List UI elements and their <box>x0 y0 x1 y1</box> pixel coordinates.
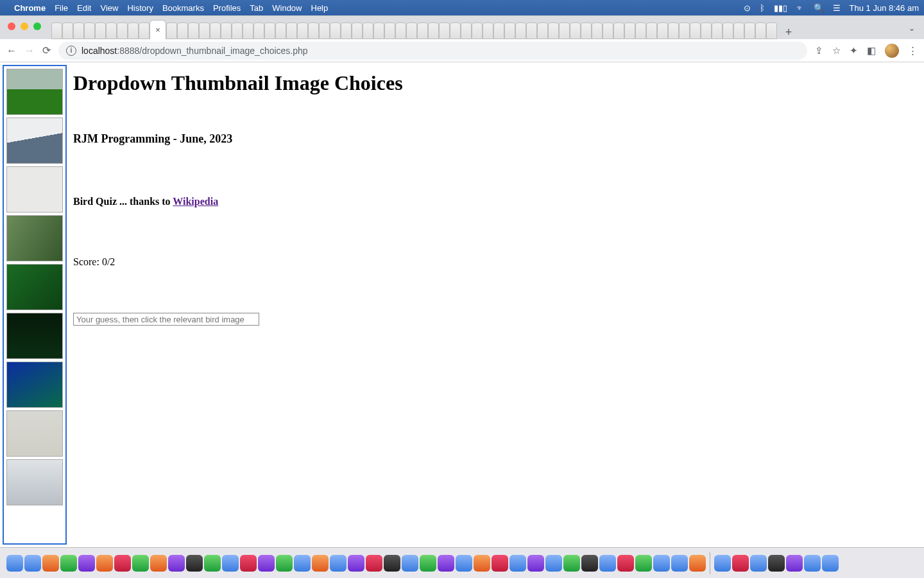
window-minimize-icon[interactable] <box>21 22 28 30</box>
background-tab[interactable] <box>701 22 712 39</box>
extensions-icon[interactable]: ✦ <box>850 45 858 57</box>
background-tab[interactable] <box>308 22 319 39</box>
background-tab[interactable] <box>264 22 275 39</box>
menubar-view[interactable]: View <box>100 3 118 13</box>
dock-app-icon[interactable] <box>258 555 275 572</box>
background-tab[interactable] <box>668 22 679 39</box>
wifi-icon[interactable]: ᯤ <box>796 3 805 13</box>
forward-button[interactable]: → <box>24 45 35 57</box>
background-tab[interactable] <box>592 22 603 39</box>
bird-thumb-turaco[interactable] <box>6 215 63 261</box>
dock-app-icon[interactable] <box>402 555 418 572</box>
dock-app-icon[interactable] <box>366 555 382 572</box>
background-tab[interactable] <box>624 22 635 39</box>
dock-app-icon[interactable] <box>732 555 749 572</box>
background-tab[interactable] <box>139 22 150 39</box>
share-icon[interactable]: ⇪ <box>815 45 823 57</box>
background-tab[interactable] <box>744 22 755 39</box>
background-tab[interactable] <box>95 22 106 39</box>
bluetooth-icon[interactable]: ᛒ <box>760 3 765 13</box>
background-tab[interactable] <box>690 22 701 39</box>
dock-app-icon[interactable] <box>492 555 508 572</box>
dock-app-icon[interactable] <box>804 555 821 572</box>
dock-app-icon[interactable] <box>312 555 329 572</box>
reload-button[interactable]: ⟳ <box>42 44 51 57</box>
dock-app-icon[interactable] <box>78 555 95 572</box>
dock-app-icon[interactable] <box>474 555 490 572</box>
bird-thumb-booby[interactable] <box>6 459 63 505</box>
bird-thumb-peacock[interactable] <box>6 362 63 408</box>
background-tab[interactable] <box>188 22 199 39</box>
sidepanel-icon[interactable]: ◧ <box>867 45 876 57</box>
dock-app-icon[interactable] <box>24 555 41 572</box>
dock-app-icon[interactable] <box>438 555 454 572</box>
background-tab[interactable] <box>417 22 428 39</box>
background-tab[interactable] <box>472 22 483 39</box>
background-tab[interactable] <box>461 22 472 39</box>
background-tab[interactable] <box>504 22 515 39</box>
background-tab[interactable] <box>679 22 690 39</box>
background-tab[interactable] <box>341 22 352 39</box>
spotlight-icon[interactable]: 🔍 <box>814 3 824 13</box>
bird-thumb-lorikeet[interactable] <box>6 264 63 310</box>
background-tab[interactable] <box>493 22 504 39</box>
dock-app-icon[interactable] <box>750 555 767 572</box>
background-tab[interactable] <box>352 22 363 39</box>
background-tab[interactable] <box>755 22 766 39</box>
background-tab[interactable] <box>723 22 733 39</box>
menubar-history[interactable]: History <box>127 3 153 13</box>
background-tab[interactable] <box>395 22 406 39</box>
background-tab[interactable] <box>51 22 62 39</box>
dock-app-icon[interactable] <box>563 555 580 572</box>
dock-app-icon[interactable] <box>822 555 839 572</box>
bird-thumb-hummingbird[interactable] <box>6 166 63 213</box>
background-tab[interactable] <box>712 22 723 39</box>
dock-app-icon[interactable] <box>671 555 688 572</box>
dock-app-icon[interactable] <box>42 555 59 572</box>
window-zoom-icon[interactable] <box>33 22 41 30</box>
background-tab[interactable] <box>439 22 450 39</box>
background-tab[interactable] <box>646 22 657 39</box>
background-tab[interactable] <box>232 22 243 39</box>
dock-app-icon[interactable] <box>456 555 472 572</box>
dock-app-icon[interactable] <box>653 555 670 572</box>
background-tab[interactable] <box>199 22 210 39</box>
bookmark-star-icon[interactable]: ☆ <box>832 45 841 57</box>
dock-app-icon[interactable] <box>581 555 598 572</box>
dock-app-icon[interactable] <box>276 555 293 572</box>
background-tab[interactable] <box>221 22 232 39</box>
wikipedia-link[interactable]: Wikipedia <box>173 196 218 207</box>
background-tab[interactable] <box>297 22 308 39</box>
menubar-edit[interactable]: Edit <box>77 3 91 13</box>
back-button[interactable]: ← <box>6 45 17 57</box>
dock-app-icon[interactable] <box>599 555 616 572</box>
background-tab[interactable] <box>766 22 777 39</box>
menubar-app-name[interactable]: Chrome <box>14 3 46 13</box>
dock-app-icon[interactable] <box>222 555 239 572</box>
menubar-clock[interactable]: Thu 1 Jun 8:46 am <box>850 3 919 13</box>
background-tab[interactable] <box>275 22 286 39</box>
background-tab[interactable] <box>526 22 537 39</box>
control-center-icon[interactable]: ☰ <box>833 3 841 13</box>
new-tab-button[interactable]: + <box>781 26 796 39</box>
background-tab[interactable] <box>128 22 139 39</box>
dock-app-icon[interactable] <box>132 555 149 572</box>
dock-app-icon[interactable] <box>617 555 634 572</box>
background-tab[interactable] <box>406 22 417 39</box>
dock-app-icon[interactable] <box>509 555 526 572</box>
background-tab[interactable] <box>635 22 646 39</box>
background-tab[interactable] <box>62 22 73 39</box>
dock-app-icon[interactable] <box>168 555 185 572</box>
bird-thumb-puffin[interactable] <box>6 118 63 164</box>
background-tab[interactable] <box>73 22 84 39</box>
dock-app-icon[interactable] <box>330 555 346 572</box>
bird-thumb-heron[interactable] <box>6 69 63 115</box>
background-tab[interactable] <box>330 22 341 39</box>
background-tab[interactable] <box>363 22 373 39</box>
dock-app-icon[interactable] <box>240 555 257 572</box>
dock-app-icon[interactable] <box>786 555 803 572</box>
background-tab[interactable] <box>253 22 264 39</box>
dock-app-icon[interactable] <box>384 555 400 572</box>
background-tab[interactable] <box>373 22 384 39</box>
bird-thumb-toucan[interactable] <box>6 313 63 359</box>
